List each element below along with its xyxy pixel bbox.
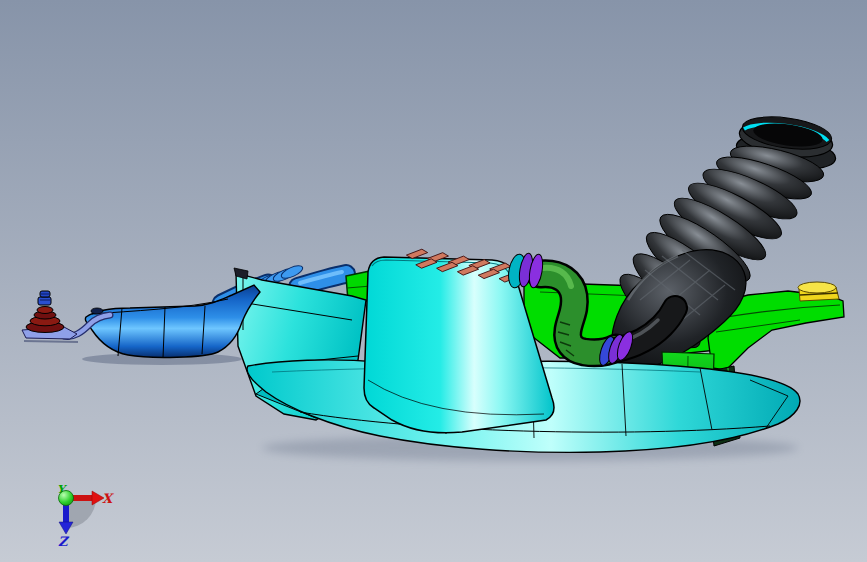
model-canvas[interactable]: Y X Z bbox=[0, 0, 867, 562]
grommet[interactable] bbox=[798, 282, 839, 301]
origin-sphere[interactable] bbox=[59, 491, 74, 506]
mount-disc bbox=[37, 307, 53, 314]
grommet-top bbox=[798, 282, 836, 293]
duct-sensor-boss bbox=[91, 308, 103, 314]
cad-viewport[interactable]: Y X Z bbox=[0, 0, 867, 562]
mount-shadow bbox=[24, 341, 78, 342]
mount-knob[interactable] bbox=[38, 297, 51, 305]
